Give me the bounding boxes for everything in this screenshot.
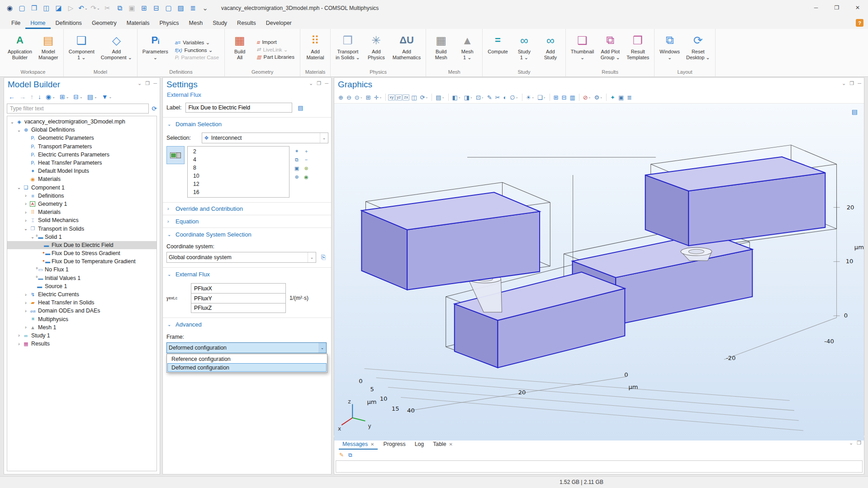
tree-chevron-icon[interactable]: › bbox=[16, 333, 22, 338]
update-plot-icon[interactable]: ✦ bbox=[609, 94, 617, 101]
node-text-button[interactable]: ▤⌄ bbox=[85, 93, 99, 100]
tab-table[interactable]: Table✕ bbox=[429, 439, 456, 450]
customize-toolbar-icon[interactable]: ⌄ bbox=[199, 2, 211, 14]
menu-mesh[interactable]: Mesh bbox=[184, 18, 208, 29]
tree-item[interactable]: ᴰ▭No Flux 1 bbox=[7, 265, 157, 274]
menu-home[interactable]: Home bbox=[25, 18, 50, 29]
color-icon[interactable]: ◧⌄ bbox=[451, 94, 462, 101]
annotate-icon[interactable]: ✎ bbox=[338, 452, 345, 458]
disable-plot-icon[interactable]: ⊘⌄ bbox=[582, 94, 593, 101]
select-block-icon[interactable]: ▢ bbox=[162, 2, 175, 14]
tab-log[interactable]: Log bbox=[411, 439, 428, 450]
menu-study[interactable]: Study bbox=[208, 18, 232, 29]
collapse-panel-icon[interactable]: ⌄ bbox=[842, 81, 846, 86]
add-mathematics-button[interactable]: ΔUAddMathematics bbox=[389, 31, 424, 68]
frame-option[interactable]: Deformed configuration bbox=[167, 363, 327, 372]
tree-chevron-icon[interactable]: › bbox=[23, 218, 29, 223]
section-external-flux[interactable]: ⌄ External Flux bbox=[163, 268, 331, 280]
result-templates-button[interactable]: ❐ResultTemplates bbox=[623, 31, 652, 68]
tree-chevron-icon[interactable]: › bbox=[23, 292, 29, 297]
paste-selection-icon[interactable]: ▣ bbox=[292, 164, 301, 172]
duplicate-icon[interactable]: ⊞ bbox=[138, 2, 150, 14]
tree-chevron-icon[interactable]: ⌄ bbox=[23, 226, 29, 231]
domain-list-item[interactable]: 4 bbox=[188, 156, 289, 164]
domain-list-item[interactable]: 8 bbox=[188, 164, 289, 172]
add-plot-group-button[interactable]: ⧉Add PlotGroup ⌄ bbox=[597, 31, 623, 68]
draw-icon[interactable]: ✎ bbox=[486, 94, 493, 101]
float-panel-icon[interactable]: ❐ bbox=[849, 81, 854, 86]
parameters-button[interactable]: PᵢParameters⌄ bbox=[139, 31, 171, 68]
tree-item[interactable]: ⌄❐Transport in Solids bbox=[7, 224, 157, 232]
save-icon[interactable]: ◫ bbox=[40, 2, 52, 14]
label-input[interactable] bbox=[185, 103, 292, 113]
selection-combo[interactable]: ❖ Interconnect ⌄ bbox=[202, 133, 328, 143]
refresh-icon[interactable]: ⟳ bbox=[152, 105, 157, 112]
copy-selection-icon[interactable]: ⧉ bbox=[292, 156, 301, 164]
environment-icon[interactable]: ❏⌄ bbox=[536, 94, 547, 101]
section-coordinate-system[interactable]: ⌄ Coordinate System Selection bbox=[163, 228, 331, 241]
menu-geometry[interactable]: Geometry bbox=[87, 18, 122, 29]
expand-all-button[interactable]: ⊞⌄ bbox=[58, 93, 71, 100]
tree-item[interactable]: ⌄◈vacancy_electromigration_3Dmodel.mph bbox=[7, 118, 157, 126]
clip-icon[interactable]: ✂ bbox=[494, 94, 502, 101]
add-physics-button[interactable]: ✳AddPhysics bbox=[363, 31, 389, 68]
transport-in-solids-button[interactable]: ❐Transportin Solids ⌄ bbox=[332, 31, 363, 68]
tree-item[interactable]: ◉Materials bbox=[7, 175, 157, 183]
flux-input-x[interactable] bbox=[191, 283, 286, 293]
view-zx-icon[interactable]: zx bbox=[403, 95, 409, 100]
tree-item[interactable]: ›⠿Materials bbox=[7, 208, 157, 216]
domain-list[interactable]: 248101216 bbox=[187, 146, 289, 198]
tree-chevron-icon[interactable]: › bbox=[23, 201, 29, 206]
view-yz-icon[interactable]: yz bbox=[395, 95, 402, 100]
collapse-panel-icon[interactable]: ⌄ bbox=[309, 81, 313, 86]
tree-chevron-icon[interactable]: › bbox=[23, 308, 29, 313]
zoom-selected-icon[interactable]: ⊙⌄ bbox=[353, 94, 364, 101]
tree-chevron-icon[interactable]: ⌄ bbox=[16, 128, 22, 133]
build-all-button[interactable]: ▦BuildAll bbox=[227, 31, 253, 68]
frame-combo[interactable]: Deformed configuration ⌄ bbox=[166, 342, 327, 353]
split-window-icon[interactable]: ⊞ bbox=[552, 94, 560, 101]
tree-item[interactable]: ›∞Study 1 bbox=[7, 332, 157, 340]
add-study-button[interactable]: ∞AddStudy bbox=[537, 31, 564, 68]
active-toggle-button[interactable] bbox=[166, 146, 185, 164]
tree-item[interactable]: ›⌶Solid Mechanics bbox=[7, 216, 157, 224]
go-to-default-view-icon[interactable]: ✛⌄ bbox=[373, 94, 384, 101]
windows-button[interactable]: ⧉Windows⌄ bbox=[656, 31, 683, 68]
section-advanced[interactable]: ⌄ Advanced bbox=[163, 318, 331, 331]
window-layout-icon[interactable]: ▥ bbox=[568, 94, 576, 101]
reset-desktop-button[interactable]: ⟳ResetDesktop ⌄ bbox=[683, 31, 713, 68]
tree-item[interactable]: ›▲Mesh 1 bbox=[7, 323, 157, 332]
menu-file[interactable]: File bbox=[6, 18, 25, 29]
domain-list-item[interactable]: 16 bbox=[188, 188, 289, 196]
selection-mode-icon[interactable]: ⊡⌄ bbox=[474, 94, 485, 101]
add-material-button[interactable]: ⠿AddMaterial bbox=[302, 31, 328, 68]
zoom-out-icon[interactable]: ⊖ bbox=[345, 94, 353, 101]
zoom-extents-icon[interactable]: ⊞ bbox=[365, 94, 372, 101]
tab-progress[interactable]: Progress bbox=[379, 439, 409, 450]
section-domain-selection[interactable]: ⌄ Domain Selection bbox=[163, 118, 331, 130]
tree-item[interactable]: ⌄⊕Global Definitions bbox=[7, 126, 157, 134]
model-manager-button[interactable]: ▤ModelManager bbox=[35, 31, 62, 68]
import-button[interactable]: ⧈Import bbox=[256, 39, 294, 45]
transparency-icon[interactable]: ◐ bbox=[502, 94, 508, 101]
tree-item[interactable]: ✳Multiphysics bbox=[7, 315, 157, 323]
open-file-icon[interactable]: ❒ bbox=[28, 2, 40, 14]
close-panel-icon[interactable]: ─ bbox=[325, 81, 328, 86]
float-panel-icon[interactable]: ❐ bbox=[145, 81, 150, 86]
section-equation[interactable]: ›Equation bbox=[163, 215, 331, 228]
view-flip-icon[interactable]: ◫ bbox=[410, 94, 418, 101]
study-1-button[interactable]: ∞Study1 ⌄ bbox=[511, 31, 537, 68]
collapse-panel-icon[interactable]: ⌄ bbox=[138, 81, 142, 86]
tree-chevron-icon[interactable]: › bbox=[23, 325, 29, 330]
tree-item[interactable]: PᵢGeometric Parameters bbox=[7, 134, 157, 142]
collapse-panel-icon[interactable]: ⌄ bbox=[849, 440, 853, 446]
filter-button[interactable]: ▼⌄ bbox=[100, 93, 114, 100]
menu-definitions[interactable]: Definitions bbox=[51, 18, 87, 29]
tree-item[interactable]: PᵢTransport Parameters bbox=[7, 142, 157, 151]
hide-objects-icon[interactable]: ∅⌄ bbox=[508, 94, 519, 101]
undo-icon[interactable]: ↶⌄ bbox=[77, 2, 89, 14]
delete-icon[interactable]: ⊟ bbox=[150, 2, 162, 14]
tree-item[interactable]: PᵢElectric Currents Parameters bbox=[7, 151, 157, 159]
3d-model-view[interactable]: 20µm100-40-200µm2040051015µmzxy bbox=[334, 104, 864, 441]
tree-item[interactable]: ›▦Results bbox=[7, 340, 157, 348]
